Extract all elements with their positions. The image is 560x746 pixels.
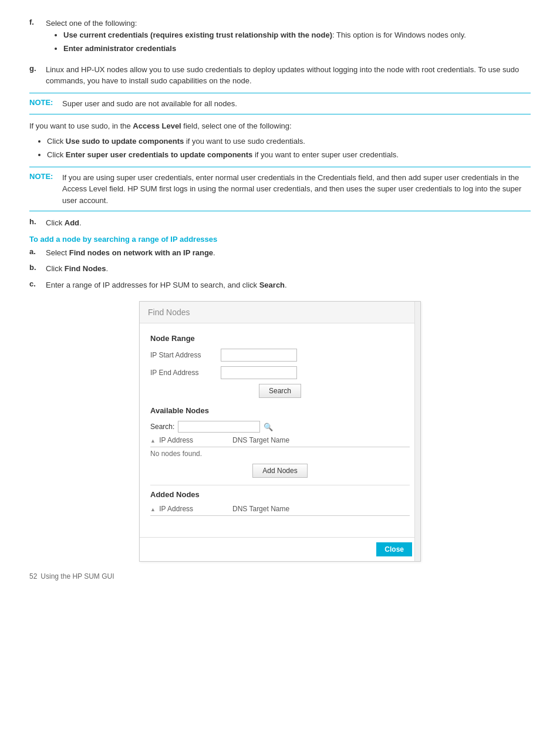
divider bbox=[150, 485, 410, 485]
step-h-post: . bbox=[79, 218, 82, 227]
bullet-f-1: Use current credentials (requires existi… bbox=[63, 29, 531, 41]
substep-a: a. Select Find nodes on network with an … bbox=[29, 247, 531, 259]
substep-a-pre: Select bbox=[46, 248, 69, 257]
search-button-row: Search bbox=[150, 384, 410, 398]
substep-c: c. Enter a range of IP addresses for HP … bbox=[29, 279, 531, 291]
added-col-dns: DNS Target Name bbox=[232, 505, 410, 513]
find-nodes-dialog: Find Nodes Node Range IP Start Address I… bbox=[139, 301, 421, 562]
access-bullet-1: Click Use sudo to update components if y… bbox=[47, 136, 531, 147]
bullet-f-1-bold: Use current credentials (requires existi… bbox=[63, 31, 332, 39]
substep-b-label: b. bbox=[29, 263, 46, 272]
dialog-wrapper: Find Nodes Node Range IP Start Address I… bbox=[29, 301, 531, 562]
cyan-heading: To add a node by searching a range of IP… bbox=[29, 235, 531, 244]
add-nodes-button-row: Add Nodes bbox=[150, 464, 410, 478]
no-nodes-text: No nodes found. bbox=[150, 450, 410, 458]
dialog-title-bar: Find Nodes bbox=[140, 302, 420, 323]
available-nodes-heading: Available Nodes bbox=[150, 406, 410, 415]
step-g: g. Linux and HP-UX nodes allow you to us… bbox=[29, 64, 531, 87]
added-table-header: ▲ IP Address DNS Target Name bbox=[150, 505, 410, 516]
page-footer: 52 Using the HP SUM GUI bbox=[29, 572, 531, 580]
step-h-bold: Add bbox=[65, 218, 79, 227]
access-bullets: Click Use sudo to update components if y… bbox=[29, 136, 531, 161]
bullet-f-2: Enter administrator credentials bbox=[63, 43, 531, 55]
bullet-f-2-bold: Enter administrator credentials bbox=[63, 44, 176, 53]
step-g-label: g. bbox=[29, 64, 46, 73]
node-range-heading: Node Range bbox=[150, 334, 410, 343]
note-2-text: If you are using super user credentials,… bbox=[62, 172, 531, 207]
substep-b-pre: Click bbox=[46, 264, 65, 273]
note-block-1: NOTE: Super user and sudo are not availa… bbox=[29, 93, 531, 115]
ip-end-input[interactable] bbox=[221, 366, 297, 379]
dialog-scrollbar[interactable] bbox=[414, 302, 420, 561]
available-table-header: ▲ IP Address DNS Target Name bbox=[150, 436, 410, 447]
page-number: 52 bbox=[29, 572, 37, 580]
substep-c-pre: Enter a range of IP addresses for HP SUM… bbox=[46, 281, 259, 289]
search-label: Search: bbox=[150, 423, 174, 431]
step-h-label: h. bbox=[29, 217, 46, 226]
search-icon: 🔍 bbox=[264, 423, 273, 431]
available-col-dns-label: DNS Target Name bbox=[232, 436, 289, 444]
step-h: h. Click Add. bbox=[29, 217, 531, 229]
search-button[interactable]: Search bbox=[259, 384, 301, 398]
substep-b-post: . bbox=[106, 264, 109, 273]
added-col-ip: ▲ IP Address bbox=[150, 505, 232, 513]
close-button[interactable]: Close bbox=[376, 542, 412, 556]
available-col-ip: ▲ IP Address bbox=[150, 436, 232, 444]
access-level-rest: field, select one of the following: bbox=[181, 121, 292, 130]
dialog-title: Find Nodes bbox=[148, 308, 190, 317]
step-f-text: Select one of the following: bbox=[46, 19, 137, 28]
step-h-pre: Click bbox=[46, 218, 65, 227]
step-f-label: f. bbox=[29, 18, 46, 26]
available-search-input[interactable] bbox=[178, 421, 260, 433]
step-f: f. Select one of the following: Use curr… bbox=[29, 18, 531, 59]
access-level-bold: Access Level bbox=[133, 121, 181, 130]
ip-end-label: IP End Address bbox=[150, 369, 221, 377]
footer-text: Using the HP SUM GUI bbox=[41, 572, 114, 580]
add-nodes-button[interactable]: Add Nodes bbox=[252, 464, 307, 478]
access-bullet-2-pre: Click bbox=[47, 150, 66, 159]
added-sort-arrow: ▲ bbox=[150, 507, 156, 512]
note-2-label: NOTE: bbox=[29, 172, 58, 181]
ip-end-row: IP End Address bbox=[150, 366, 410, 379]
ip-start-label: IP Start Address bbox=[150, 351, 221, 359]
added-nodes-heading: Added Nodes bbox=[150, 490, 410, 499]
substep-c-label: c. bbox=[29, 279, 46, 288]
access-level-intro: If you want to use sudo, in the Access L… bbox=[29, 120, 531, 132]
note-block-2: NOTE: If you are using super user creden… bbox=[29, 167, 531, 212]
step-f-bullets: Use current credentials (requires existi… bbox=[46, 29, 531, 55]
substep-b: b. Click Find Nodes. bbox=[29, 263, 531, 275]
available-search-row: Search: 🔍 bbox=[150, 421, 410, 433]
available-col-ip-label: IP Address bbox=[159, 436, 193, 444]
substep-b-bold: Find Nodes bbox=[65, 264, 106, 273]
substep-a-label: a. bbox=[29, 247, 46, 256]
step-g-text: Linux and HP-UX nodes allow you to use s… bbox=[46, 65, 519, 86]
access-intro-text: If you want to use sudo, in the bbox=[29, 121, 133, 130]
access-bullet-2: Click Enter super user credentials to up… bbox=[47, 149, 531, 161]
available-sort-arrow: ▲ bbox=[150, 438, 156, 444]
dialog-body: Node Range IP Start Address IP End Addre… bbox=[140, 323, 420, 537]
dialog-close-bar: Close bbox=[140, 537, 420, 561]
note-1-label: NOTE: bbox=[29, 98, 58, 107]
access-bullet-1-bold: Use sudo to update components bbox=[66, 137, 184, 146]
added-nodes-empty-space bbox=[150, 518, 410, 529]
substep-c-bold: Search bbox=[259, 281, 285, 289]
ip-start-row: IP Start Address bbox=[150, 349, 410, 362]
access-bullet-2-rest: if you want to enter super user credenti… bbox=[252, 150, 399, 159]
ip-start-input[interactable] bbox=[221, 349, 297, 362]
substep-c-post: . bbox=[285, 281, 287, 289]
added-col-ip-label: IP Address bbox=[159, 505, 193, 513]
added-col-dns-label: DNS Target Name bbox=[232, 505, 289, 513]
available-col-dns: DNS Target Name bbox=[232, 436, 410, 444]
bullet-f-1-rest: : This option is for Windows nodes only. bbox=[332, 31, 466, 39]
note-1-text: Super user and sudo are not available fo… bbox=[62, 98, 237, 110]
substep-a-post: . bbox=[213, 248, 215, 257]
substep-a-bold: Find nodes on network with an IP range bbox=[69, 248, 213, 257]
access-bullet-1-rest: if you want to use sudo credentials. bbox=[184, 137, 305, 146]
access-bullet-2-bold: Enter super user credentials to update c… bbox=[66, 150, 253, 159]
access-bullet-1-pre: Click bbox=[47, 137, 66, 146]
